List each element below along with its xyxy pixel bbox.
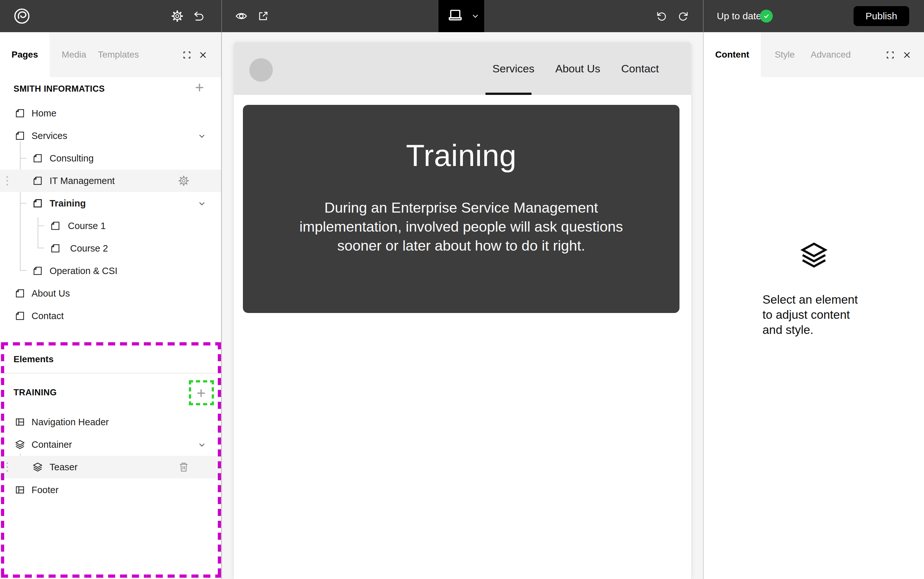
teaser-title: Training [406,138,517,173]
site-navigation-header[interactable]: Services About Us Contact [234,42,691,95]
layers-icon [798,240,829,270]
site-nav: Services About Us Contact [492,42,659,95]
site-name-heading: SMITH INFORMATICS [13,78,105,100]
chevron-down-icon[interactable] [198,200,206,208]
tab-pages[interactable]: Pages [0,32,49,77]
page-label: Services [31,124,67,147]
redo-icon[interactable] [677,10,690,22]
page-icon [32,265,43,276]
top-toolbar: Up to date Publish [0,0,924,32]
sidebar-page-about-us[interactable]: About Us [0,282,221,304]
drag-handle-icon[interactable] [7,463,8,472]
sidebar-page-consulting[interactable]: Consulting [0,147,221,170]
chevron-down-icon[interactable] [198,132,206,141]
layout-section-icon [15,417,25,427]
left-panel-tabbar: Pages Media Templates [0,32,221,77]
site-nav-contact[interactable]: Contact [621,62,659,75]
element-label: Container [31,433,72,456]
element-row-footer[interactable]: Footer [0,479,221,501]
magenta-dash-border [1,342,221,345]
sidebar-page-services[interactable]: Services [0,124,221,147]
page-label: Contact [31,304,64,327]
sidebar-page-home[interactable]: Home [0,102,221,124]
status-check-icon [760,10,773,23]
sidebar-page-course-1[interactable]: Course 1 [0,214,221,237]
sidebar-page-operation-csi[interactable]: Operation & CSI [0,260,221,282]
element-label: Navigation Header [31,411,109,433]
chevron-down-icon [471,12,480,21]
page-label: Operation & CSI [49,260,118,282]
page-settings-gear-icon[interactable] [178,175,190,187]
site-nav-about-us[interactable]: About Us [555,62,600,75]
toolbar-divider [221,0,222,32]
green-dash-border [189,380,214,383]
expand-panel-icon[interactable] [182,50,192,60]
page-icon [15,288,25,299]
magenta-dash-border [1,574,221,578]
page-icon [50,243,61,254]
page-label: Training [49,192,86,214]
elements-group-title: TRAINING [13,381,57,403]
drag-handle-icon[interactable] [7,176,8,186]
magenta-dash-border [1,342,4,578]
site-nav-services[interactable]: Services [492,62,535,75]
toolbar-divider [703,0,703,32]
element-row-container[interactable]: Container [0,433,221,456]
publish-button[interactable]: Publish [854,6,909,26]
save-status-text: Up to date [717,0,761,32]
tab-templates[interactable]: Templates [98,32,139,77]
tab-content[interactable]: Content [703,32,761,77]
green-dash-border [189,380,191,405]
page-icon [50,220,61,231]
page-icon [15,311,25,321]
tab-style[interactable]: Style [775,32,795,77]
add-page-button[interactable]: + [195,80,204,95]
layout-section-icon [15,484,25,496]
page-label: Course 1 [68,214,106,237]
chevron-down-icon[interactable] [198,441,206,449]
brand-logo-icon [13,7,31,25]
pages-panel: Pages Media Templates SMITH INFORMATICS … [0,32,222,579]
close-panel-icon[interactable] [198,50,208,60]
site-page-preview[interactable]: Services About Us Contact Training Durin… [234,42,691,579]
sidebar-page-training[interactable]: Training [0,192,221,214]
device-preview-selector[interactable] [438,0,484,32]
close-panel-icon[interactable] [902,50,912,60]
teaser-body: During an Enterprise Service Management … [285,198,638,255]
page-label: Course 2 [70,237,108,260]
preview-eye-icon[interactable] [235,10,248,23]
page-icon [32,198,43,209]
page-label: IT Management [49,170,115,192]
page-icon [32,175,43,186]
magenta-dash-border [218,342,221,578]
tab-advanced[interactable]: Advanced [811,32,851,77]
page-icon [15,130,25,141]
laptop-icon [447,8,464,25]
plus-icon: + [196,385,206,401]
open-external-link-icon[interactable] [257,10,269,22]
section-divider [0,373,221,373]
tab-media[interactable]: Media [62,32,86,77]
green-dash-border [212,380,214,405]
right-panel-tabbar: Content Style Advanced [703,32,924,77]
editor-canvas: Services About Us Contact Training Durin… [222,32,703,579]
back-arrow-icon[interactable] [192,10,205,23]
teaser-block[interactable]: Training During an Enterprise Service Ma… [243,105,679,313]
page-label: Home [31,102,56,124]
sidebar-page-it-management[interactable]: IT Management [0,170,221,192]
add-element-button[interactable]: + [189,380,214,405]
page-icon [15,108,25,119]
layers-icon [32,461,43,473]
sidebar-page-contact[interactable]: Contact [0,304,221,327]
page-label: Consulting [49,147,93,170]
element-row-navigation-header[interactable]: Navigation Header [0,411,221,433]
delete-trash-icon[interactable] [178,461,190,473]
expand-panel-icon[interactable] [885,50,895,60]
sidebar-page-course-2[interactable]: Course 2 [0,237,221,260]
page-label: About Us [31,282,70,304]
site-logo-placeholder [249,58,273,82]
active-nav-underline [486,93,532,95]
undo-icon[interactable] [655,10,667,22]
element-row-teaser[interactable]: Teaser [0,456,221,478]
settings-gear-icon[interactable] [170,9,184,23]
